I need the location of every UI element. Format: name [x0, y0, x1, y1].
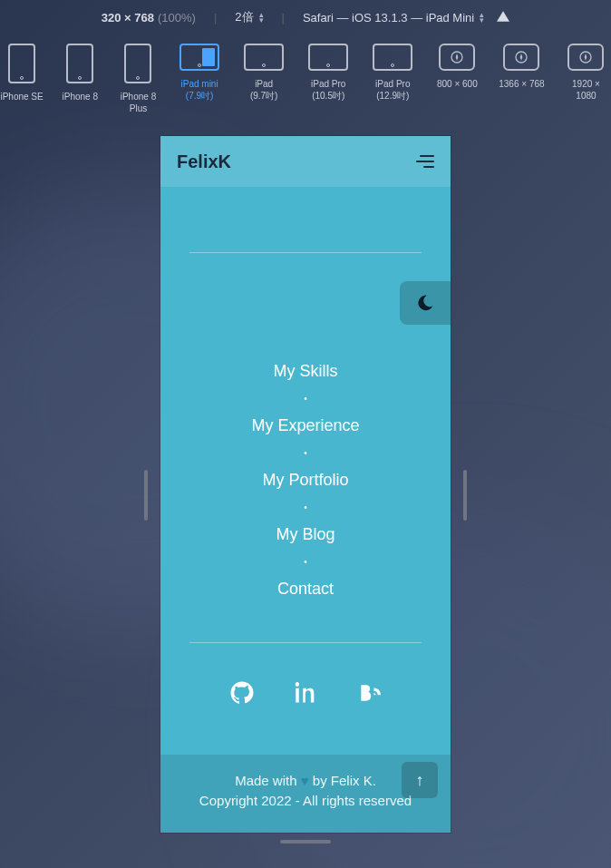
device-label: iPhone SE: [0, 91, 43, 102]
footer-text: Made with: [235, 773, 296, 788]
compass-icon: [578, 50, 593, 64]
resize-handle-bottom[interactable]: [280, 840, 331, 844]
device-sublabel: (7.9吋): [186, 90, 214, 102]
blog-icon: [357, 681, 381, 705]
device-preset[interactable]: iPhone 8: [58, 44, 102, 114]
nav-separator: •: [160, 502, 451, 512]
device-preset[interactable]: 1920 × 1080: [561, 44, 611, 114]
monitor-icon: [567, 44, 604, 71]
footer-nav: My Skills•My Experience•My Portfolio•My …: [160, 362, 451, 599]
theme-toggle-button[interactable]: [400, 281, 451, 325]
nav-link[interactable]: My Skills: [160, 362, 451, 381]
device-preset[interactable]: iPad Pro(10.5吋): [304, 44, 354, 114]
blog-link[interactable]: [357, 681, 381, 708]
device-icon: [66, 44, 93, 83]
device-label: iPad: [255, 78, 273, 90]
device-preset[interactable]: iPhone SE: [0, 44, 44, 114]
resize-handle-right[interactable]: [463, 470, 467, 521]
pixel-ratio-label: 2倍: [235, 9, 253, 25]
device-sublabel: (10.5吋): [312, 90, 344, 102]
separator: |: [214, 11, 217, 24]
device-label: iPhone 8: [63, 91, 98, 102]
device-label: 1920 × 1080: [561, 78, 611, 102]
device-picker-row: iPhone SEiPhone 8iPhone 8 PlusiPad mini(…: [0, 44, 611, 114]
pixel-ratio-select[interactable]: 2倍 ▴▾: [235, 9, 263, 25]
device-sublabel: (9.7吋): [250, 90, 278, 102]
updown-icon: ▴▾: [480, 12, 484, 23]
arrow-up-icon: ↑: [416, 771, 424, 790]
footer-text: by Felix K.: [313, 773, 376, 788]
site-brand[interactable]: FelixK: [177, 151, 231, 172]
zoom-percent: (100%): [158, 11, 196, 24]
device-label: iPad Pro: [311, 78, 345, 90]
device-icon: [8, 44, 35, 83]
device-icon: [373, 44, 412, 71]
moon-icon: [416, 294, 434, 312]
nav-separator: •: [160, 448, 451, 458]
device-label: 1366 × 768: [499, 78, 544, 90]
device-preset[interactable]: iPad mini(7.9吋): [175, 44, 225, 114]
linkedin-link[interactable]: [294, 681, 317, 708]
nav-separator: •: [160, 394, 451, 404]
device-preset[interactable]: iPhone 8 Plus: [116, 44, 160, 114]
social-links: [160, 681, 451, 708]
nav-link[interactable]: My Blog: [160, 525, 451, 544]
device-icon: [244, 44, 284, 71]
heart-icon: ♥: [301, 773, 309, 788]
nav-separator: •: [160, 557, 451, 567]
device-label: iPad Pro: [375, 78, 410, 90]
site-header: FelixK: [160, 136, 451, 187]
compass-icon: [450, 50, 464, 64]
device-preset[interactable]: 800 × 600: [432, 44, 482, 114]
divider: [189, 252, 422, 253]
compass-icon: [514, 50, 529, 64]
device-icon: [308, 44, 348, 71]
github-link[interactable]: [230, 681, 254, 708]
device-preset[interactable]: iPad Pro(12.9吋): [368, 44, 418, 114]
device-label: 800 × 600: [437, 78, 478, 90]
dimensions-text: 320 × 768: [102, 11, 154, 24]
device-icon: [179, 44, 219, 71]
device-label: iPad mini: [181, 78, 218, 90]
linkedin-icon: [294, 681, 317, 705]
nav-link[interactable]: Contact: [160, 580, 451, 599]
resize-handle-left[interactable]: [144, 470, 148, 521]
monitor-icon: [439, 44, 475, 71]
responsive-viewport: FelixK My Skills•My Experience•My Portfo…: [160, 136, 451, 833]
scroll-to-top-button[interactable]: ↑: [402, 762, 438, 798]
device-preset[interactable]: iPad(9.7吋): [239, 44, 289, 114]
viewport-dimensions[interactable]: 320 × 768 (100%): [102, 11, 196, 24]
warning-icon[interactable]: [497, 11, 509, 24]
nav-link[interactable]: My Experience: [160, 416, 451, 435]
footer-copyright: Copyright 2022 - All rights reserved: [179, 791, 432, 811]
user-agent-label: Safari — iOS 13.1.3 — iPad Mini: [303, 11, 474, 24]
responsive-design-toolbar: 320 × 768 (100%) | 2倍 ▴▾ | Safari — iOS …: [0, 0, 611, 34]
device-preset[interactable]: 1366 × 768: [497, 44, 547, 114]
monitor-icon: [503, 44, 539, 71]
user-agent-select[interactable]: Safari — iOS 13.1.3 — iPad Mini ▴▾: [303, 11, 484, 24]
device-label: iPhone 8 Plus: [116, 91, 160, 114]
divider: [189, 642, 422, 643]
device-icon: [124, 44, 151, 83]
nav-link[interactable]: My Portfolio: [160, 471, 451, 490]
updown-icon: ▴▾: [259, 12, 264, 23]
device-sublabel: (12.9吋): [376, 90, 409, 102]
separator: |: [282, 11, 285, 24]
github-icon: [230, 681, 254, 705]
hamburger-icon[interactable]: [416, 155, 434, 168]
